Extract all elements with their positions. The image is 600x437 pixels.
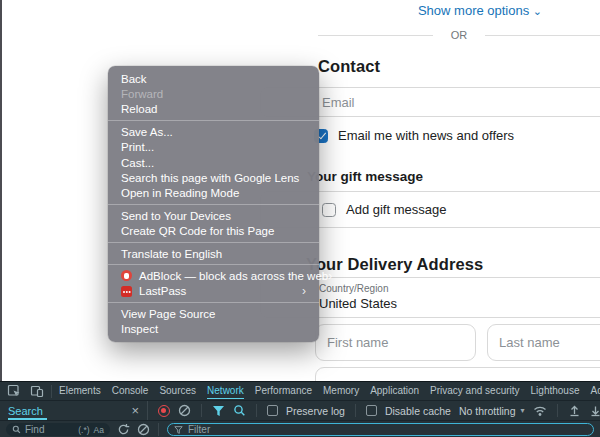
search-panel-header: Search × (0, 401, 148, 420)
refresh-icon[interactable] (117, 423, 130, 436)
menu-item-label: Search this page with Google Lens (121, 172, 299, 184)
menu-separator (108, 302, 319, 303)
add-gift-message-checkbox-row[interactable]: Add gift message (322, 202, 446, 217)
tab-adblock[interactable]: AdBlock (590, 383, 600, 399)
divider (557, 404, 558, 417)
menu-item-label: View Page Source (121, 308, 215, 320)
window-left-edge (0, 0, 2, 381)
network-conditions-icon[interactable] (533, 405, 547, 417)
tab-application[interactable]: Application (370, 383, 419, 399)
devtools-tabs: Elements Console Sources Network Perform… (59, 383, 600, 399)
country-select-label: Country/Region (319, 283, 388, 294)
menu-separator (108, 264, 319, 265)
divider-line (318, 35, 433, 36)
menu-item-save-as[interactable]: Save As... (108, 124, 319, 139)
menu-item-send-to-devices[interactable]: Send to Your Devices (108, 208, 319, 223)
match-case-icon[interactable]: Aa (94, 425, 104, 435)
inspect-element-icon[interactable] (7, 384, 21, 398)
country-select-value: United States (319, 296, 397, 311)
clear-network-log-icon[interactable] (178, 404, 191, 417)
menu-item-label: Send to Your Devices (121, 210, 231, 222)
submenu-chevron-icon: › (302, 284, 306, 298)
gift-message-heading: Your gift message (307, 169, 423, 184)
menu-item-forward: Forward (108, 86, 319, 101)
show-more-options-link[interactable]: Show more options ⌄ (360, 3, 600, 18)
filter-bar[interactable] (167, 423, 594, 436)
disable-cache-checkbox[interactable] (366, 405, 377, 416)
devtools-bottom-row: (.*) Aa (0, 420, 600, 437)
menu-item-view-page-source[interactable]: View Page Source (108, 306, 319, 321)
disable-cache-label: Disable cache (385, 405, 451, 417)
network-toolbar: Preserve log Disable cache No throttling… (148, 401, 600, 420)
menu-separator (108, 204, 319, 205)
search-icon[interactable] (233, 404, 246, 417)
adblock-icon (121, 270, 132, 281)
divider-line (485, 35, 600, 36)
contact-heading: Contact (318, 57, 380, 76)
divider (256, 404, 257, 417)
menu-item-label: Inspect (121, 323, 158, 335)
last-name-field[interactable] (487, 324, 600, 361)
menu-item-label: Cast... (121, 157, 154, 169)
export-har-icon[interactable] (589, 404, 600, 417)
menu-item-label: AdBlock — block ads across the web (139, 270, 328, 282)
tab-privacy-security[interactable]: Privacy and security (430, 383, 519, 399)
menu-item-lastpass[interactable]: LastPass › (108, 284, 319, 299)
tab-network[interactable]: Network (207, 383, 244, 399)
divider (51, 385, 52, 398)
menu-item-label: Create QR Code for this Page (121, 225, 274, 237)
menu-item-reading-mode[interactable]: Open in Reading Mode (108, 186, 319, 201)
menu-item-label: Print... (121, 141, 154, 153)
unchecked-checkbox-icon (322, 203, 336, 217)
menu-separator (108, 120, 319, 121)
menu-item-create-qr-code[interactable]: Create QR Code for this Page (108, 224, 319, 239)
find-input[interactable] (25, 424, 74, 435)
menu-item-label: Open in Reading Mode (121, 187, 239, 199)
or-divider: OR (318, 29, 600, 41)
menu-item-back[interactable]: Back (108, 71, 319, 86)
divider (355, 404, 356, 417)
tab-sources[interactable]: Sources (159, 383, 196, 399)
close-icon[interactable]: × (131, 404, 139, 417)
news-offers-label: Email me with news and offers (338, 128, 514, 143)
show-more-options-label: Show more options (418, 3, 529, 18)
search-icon (12, 425, 21, 434)
menu-item-label: Forward (121, 88, 163, 100)
menu-item-adblock[interactable]: AdBlock — block ads across the web › (108, 268, 319, 283)
devtools-panel: Elements Console Sources Network Perform… (0, 381, 600, 437)
submenu-chevron-icon: › (328, 269, 332, 283)
menu-item-reload[interactable]: Reload (108, 102, 319, 117)
find-bar[interactable]: (.*) Aa (6, 423, 110, 436)
tab-lighthouse[interactable]: Lighthouse (531, 383, 580, 399)
preserve-log-label: Preserve log (286, 405, 345, 417)
news-offers-checkbox-row[interactable]: Email me with news and offers (314, 128, 514, 143)
delivery-address-heading: Your Delivery Address (306, 255, 483, 274)
tab-performance[interactable]: Performance (255, 383, 312, 399)
menu-item-translate[interactable]: Translate to English (108, 246, 319, 261)
or-label: OR (433, 29, 486, 41)
menu-item-google-lens[interactable]: Search this page with Google Lens (108, 170, 319, 185)
regex-icon[interactable]: (.*) (78, 425, 89, 435)
filter-icon[interactable] (212, 405, 225, 417)
preserve-log-checkbox[interactable] (267, 405, 278, 416)
clear-icon[interactable] (137, 423, 150, 436)
throttling-dropdown[interactable]: No throttling ▾ (459, 405, 525, 417)
filter-input[interactable] (188, 424, 587, 435)
menu-item-label: Reload (121, 103, 157, 115)
context-menu: Back Forward Reload Save As... Print... … (108, 66, 319, 342)
tab-elements[interactable]: Elements (59, 383, 101, 399)
device-toolbar-icon[interactable] (30, 384, 44, 398)
menu-item-inspect[interactable]: Inspect (108, 321, 319, 336)
record-network-log-icon[interactable] (158, 405, 170, 417)
menu-separator (108, 242, 319, 243)
menu-item-cast[interactable]: Cast... (108, 155, 319, 170)
devtools-tab-bar: Elements Console Sources Network Perform… (0, 382, 600, 400)
tab-memory[interactable]: Memory (323, 383, 359, 399)
tab-console[interactable]: Console (112, 383, 149, 399)
first-name-field[interactable] (315, 324, 476, 361)
menu-item-label: Translate to English (121, 248, 222, 260)
menu-item-print[interactable]: Print... (108, 140, 319, 155)
tab-search[interactable]: Search (8, 405, 43, 417)
import-har-icon[interactable] (568, 404, 581, 417)
lastpass-icon (121, 286, 132, 297)
